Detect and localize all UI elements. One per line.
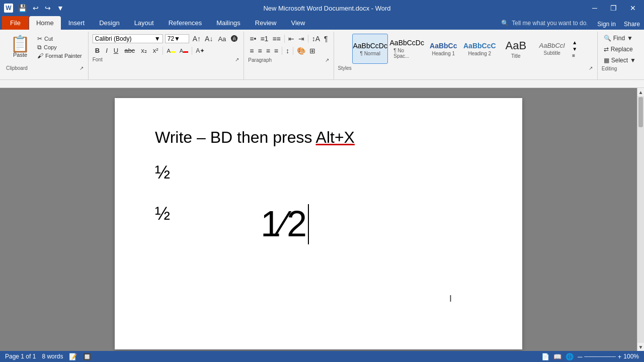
zoom-out-button[interactable]: ─: [578, 353, 582, 360]
style-no-spacing[interactable]: AaBbCcDc ¶ No Spac...: [389, 34, 425, 64]
font-label: Font: [93, 57, 103, 62]
italic-button[interactable]: I: [103, 46, 110, 55]
tab-design[interactable]: Design: [92, 16, 126, 30]
paragraph-expand-icon[interactable]: ↗: [325, 57, 330, 63]
clear-formatting-button[interactable]: 🅐: [229, 34, 239, 44]
decrease-font-button[interactable]: A↓: [203, 34, 214, 44]
styles-expand-icon[interactable]: ↗: [588, 65, 593, 71]
select-button[interactable]: ▦ Select ▼: [602, 56, 638, 65]
title-bar: W 💾 ↩ ↪ ▼ New Microsoft Word Document.do…: [0, 0, 644, 16]
zoom-controls[interactable]: ─ ──────── + 100%: [578, 353, 639, 360]
clipboard-expand-icon[interactable]: ↗: [79, 65, 84, 71]
view-web-icon[interactable]: 🌐: [566, 353, 574, 360]
tab-file[interactable]: File: [2, 16, 29, 30]
zoom-slider-bar[interactable]: ────────: [584, 353, 615, 359]
increase-indent-button[interactable]: ⇥: [297, 34, 306, 44]
underline-button[interactable]: U: [111, 46, 121, 55]
status-left: Page 1 of 1 8 words 📝 🔲: [5, 353, 91, 360]
font-family-selector[interactable]: Calibri (Body) ▼: [93, 34, 163, 43]
font-size-buttons: A↑ A↓: [191, 34, 215, 44]
format-painter-button[interactable]: 🖌 Format Painter: [35, 52, 84, 60]
search-input[interactable]: [512, 20, 587, 27]
save-button[interactable]: 💾: [16, 3, 29, 13]
bold-button[interactable]: B: [93, 46, 102, 55]
cut-button[interactable]: ✂ Cut: [35, 35, 84, 43]
format-painter-label: Format Painter: [45, 53, 82, 59]
tab-review[interactable]: Review: [248, 16, 284, 30]
styles-scroll-up[interactable]: ▲: [571, 39, 579, 46]
font-color-button[interactable]: A: [178, 47, 190, 55]
align-center-button[interactable]: ≡: [257, 46, 264, 56]
styles-more[interactable]: ≡: [571, 52, 579, 59]
track-changes-icon[interactable]: 🔲: [83, 353, 91, 360]
font-size-selector[interactable]: 72 ▼: [165, 34, 189, 43]
numbering-button[interactable]: ≡1: [259, 34, 270, 44]
document-page[interactable]: Write – BD then press Alt+X ½ ½ 1⁄2 I: [115, 98, 522, 349]
find-label: Find: [613, 35, 625, 42]
styles-footer: Styles ↗: [338, 64, 593, 71]
minimize-button[interactable]: ─: [588, 3, 601, 13]
justify-button[interactable]: ≡: [273, 46, 280, 56]
scroll-down-button[interactable]: ▼: [637, 343, 644, 351]
replace-button[interactable]: ⇄ Replace: [602, 45, 638, 54]
tab-mailings[interactable]: Mailings: [209, 16, 248, 30]
status-bar: Page 1 of 1 8 words 📝 🔲 📄 📖 🌐 ─ ────────…: [0, 351, 644, 362]
tab-view[interactable]: View: [284, 16, 312, 30]
sort-button[interactable]: ↕A: [310, 34, 321, 44]
style-subtitle[interactable]: AaBbCcI Subtitle: [534, 34, 570, 64]
zoom-level: 100%: [623, 353, 639, 360]
shading-button[interactable]: 🎨: [295, 46, 307, 56]
strikethrough-button[interactable]: abc: [122, 46, 137, 55]
text-highlight-button[interactable]: A: [165, 47, 177, 55]
style-heading2[interactable]: AaBbCcC Heading 2: [462, 34, 497, 64]
superscript-button[interactable]: x²: [150, 46, 161, 55]
text-effects-button[interactable]: A✦: [194, 46, 206, 55]
customize-button[interactable]: ▼: [55, 3, 66, 13]
style-heading1[interactable]: AaBbCc Heading 1: [426, 34, 461, 64]
clipboard-footer: Clipboard ↗: [6, 64, 84, 71]
tab-insert[interactable]: Insert: [61, 16, 92, 30]
styles-scroll-down[interactable]: ▼: [571, 46, 579, 52]
view-print-icon[interactable]: 📄: [541, 353, 549, 360]
borders-button[interactable]: ⊞: [308, 46, 317, 56]
multilevel-list-button[interactable]: ≡≡: [271, 34, 282, 44]
paste-icon: 📋: [10, 36, 30, 52]
font-expand-icon[interactable]: ↗: [234, 56, 239, 63]
style-title[interactable]: AaB Title: [498, 34, 533, 64]
page-info: Page 1 of 1: [5, 353, 36, 360]
tab-home[interactable]: Home: [29, 16, 61, 30]
bullets-button[interactable]: ≡•: [248, 34, 258, 44]
vertical-scrollbar[interactable]: ▲ ▼: [637, 88, 644, 351]
increase-font-button[interactable]: A↑: [191, 34, 202, 44]
share-button[interactable]: Share: [624, 21, 640, 28]
ribbon-search[interactable]: 🔍: [495, 18, 593, 29]
tab-references[interactable]: References: [162, 16, 209, 30]
line-spacing-button[interactable]: ↕: [284, 46, 291, 56]
zoom-in-button[interactable]: +: [618, 353, 622, 360]
find-button[interactable]: 🔍 Find ▼: [602, 34, 638, 43]
style-normal-preview: AaBbCcDc: [353, 42, 387, 50]
redo-button[interactable]: ↪: [43, 3, 53, 13]
tab-layout[interactable]: Layout: [127, 16, 161, 30]
subscript-button[interactable]: x₂: [138, 46, 149, 55]
spelling-check-icon[interactable]: 📝: [69, 353, 77, 360]
sign-in-button[interactable]: Sign in: [597, 21, 616, 28]
paste-button[interactable]: 📋 Paste: [6, 34, 34, 60]
decrease-indent-button[interactable]: ⇤: [287, 34, 296, 44]
undo-button[interactable]: ↩: [31, 3, 41, 13]
close-button[interactable]: ✕: [626, 3, 640, 13]
scroll-area[interactable]: Write – BD then press Alt+X ½ ½ 1⁄2 I: [0, 88, 637, 351]
content-area: Write – BD then press Alt+X ½ ½ 1⁄2 I: [0, 88, 644, 351]
paragraph-group: ≡• ≡1 ≡≡ ⇤ ⇥ ↕A ¶ ≡ ≡ ≡ ≡ ↕: [244, 32, 334, 79]
view-read-icon[interactable]: 📖: [553, 353, 561, 360]
change-case-button[interactable]: Aa: [216, 34, 227, 44]
select-label: Select: [611, 57, 628, 64]
show-formatting-button[interactable]: ¶: [323, 34, 330, 44]
align-right-button[interactable]: ≡: [265, 46, 272, 56]
style-normal[interactable]: AaBbCcDc ¶ Normal: [352, 34, 388, 64]
scroll-up-button[interactable]: ▲: [637, 88, 644, 96]
copy-button[interactable]: ⧉ Copy: [35, 43, 84, 51]
restore-button[interactable]: ❐: [606, 3, 621, 13]
scroll-thumb[interactable]: [638, 97, 643, 127]
align-left-button[interactable]: ≡: [248, 46, 255, 56]
